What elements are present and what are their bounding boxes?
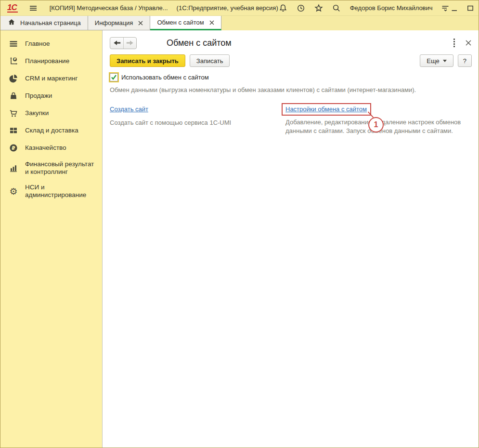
sidebar-item-label: Казначейство <box>25 144 98 152</box>
use-site-exchange-label[interactable]: Использовать обмен с сайтом <box>121 74 209 81</box>
sidebar-item-sales[interactable]: Продажи <box>0 87 102 105</box>
menu-lines-icon <box>9 39 18 49</box>
sidebar-item-financial-result[interactable]: Финансовый результат и контроллинг <box>0 157 102 180</box>
help-button[interactable]: ? <box>458 54 472 67</box>
sidebar-item-purchases[interactable]: Закупки <box>0 105 102 122</box>
window-title: [КОПИЯ] Методическая база / Управле...(1… <box>50 4 278 12</box>
create-site-link[interactable]: Создать сайт <box>110 105 148 113</box>
titlebar-icons <box>278 3 341 13</box>
sidebar-item-label: CRM и маркетинг <box>25 75 98 82</box>
sidebar-item-label: Продажи <box>25 92 98 100</box>
window-title-app: (1С:Предприятие, учебная версия) <box>177 4 278 12</box>
forward-arrow-icon[interactable] <box>123 38 136 49</box>
planning-chart-icon: ₽ <box>9 56 18 66</box>
exchange-settings-link[interactable]: Настройки обмена с сайтом <box>285 105 367 113</box>
sidebar-item-label: Финансовый результат и контроллинг <box>25 160 98 176</box>
shopping-cart-icon <box>9 108 18 118</box>
sidebar-item-crm[interactable]: CRM и маркетинг <box>0 70 102 87</box>
sidebar-item-label: Главное <box>25 40 98 48</box>
tab-site-exchange-label: Обмен с сайтом <box>157 19 204 26</box>
current-user-name[interactable]: Федоров Борис Михайлович <box>350 4 433 12</box>
warehouse-grid-icon <box>9 126 18 135</box>
tab-home[interactable]: Начальная страница <box>0 16 88 30</box>
shopping-bag-icon <box>9 91 18 101</box>
sections-sidebar: Главное ₽ Планирование CRM и маркетинг П… <box>0 30 103 448</box>
commands-area: Создать сайт Создать сайт с помощью серв… <box>110 105 472 135</box>
maximize-icon[interactable] <box>466 4 475 13</box>
sidebar-item-label: Склад и доставка <box>25 127 98 134</box>
pie-chart-icon <box>9 74 18 83</box>
service-menu-icon[interactable] <box>440 3 450 13</box>
close-form-icon[interactable] <box>465 40 472 46</box>
main-menu-icon[interactable] <box>28 3 38 13</box>
chevron-down-icon <box>443 60 447 62</box>
favorites-star-icon[interactable] <box>314 3 324 13</box>
minimize-icon[interactable] <box>450 4 459 13</box>
history-nav-group <box>110 37 137 49</box>
use-site-exchange-checkbox[interactable] <box>110 73 118 81</box>
app-body: Главное ₽ Планирование CRM и маркетинг П… <box>0 30 479 448</box>
annotation-highlight-box: Настройки обмена с сайтом <box>282 103 371 116</box>
tab-home-label: Начальная страница <box>20 19 81 26</box>
search-icon[interactable] <box>332 3 341 13</box>
sidebar-item-label: Закупки <box>25 109 98 117</box>
save-and-close-button[interactable]: Записать и закрыть <box>110 54 185 67</box>
sidebar-item-warehouse[interactable]: Склад и доставка <box>0 122 102 139</box>
sidebar-item-label: НСИ и администрирование <box>25 184 98 199</box>
create-site-block: Создать сайт Создать сайт с помощью серв… <box>110 105 285 135</box>
save-button[interactable]: Записать <box>190 54 230 67</box>
more-actions-dots-icon[interactable] <box>453 39 455 47</box>
more-button-label: Еще <box>427 57 439 65</box>
create-site-description: Создать сайт с помощью сервиса 1C-UMI <box>110 119 285 127</box>
bar-chart-icon <box>9 163 18 173</box>
tab-information[interactable]: Информация <box>88 16 151 30</box>
sidebar-item-nsi-administration[interactable]: ⚙ НСИ и администрирование <box>0 180 102 203</box>
sidebar-item-planning[interactable]: ₽ Планирование <box>0 53 102 70</box>
home-icon <box>7 18 16 28</box>
back-arrow-icon[interactable] <box>110 38 123 49</box>
tab-close-icon[interactable] <box>209 20 214 25</box>
1c-logo-icon: 1С <box>7 4 18 13</box>
app-window: 1С [КОПИЯ] Методическая база / Управле..… <box>0 0 479 448</box>
form-toolbar: Записать и закрыть Записать Еще ? <box>110 54 472 67</box>
notifications-bell-icon[interactable] <box>278 3 288 13</box>
use-site-exchange-row: Использовать обмен с сайтом <box>110 73 472 81</box>
gear-icon: ⚙ <box>9 186 18 196</box>
sidebar-item-label: Планирование <box>25 57 98 65</box>
form-title: Обмен с сайтом <box>167 38 232 48</box>
tab-site-exchange[interactable]: Обмен с сайтом <box>150 16 221 30</box>
more-button[interactable]: Еще <box>420 54 453 67</box>
tabbar: Начальная страница Информация Обмен с са… <box>0 16 479 30</box>
svg-text:₽: ₽ <box>14 57 16 61</box>
exchange-settings-block: Настройки обмена с сайтом Добавление, ре… <box>285 105 468 135</box>
form-header: Обмен с сайтом <box>110 37 472 49</box>
tab-close-icon[interactable] <box>138 21 143 26</box>
history-icon[interactable] <box>296 3 306 13</box>
tab-information-label: Информация <box>95 19 133 26</box>
window-controls <box>450 4 479 13</box>
site-exchange-form: Обмен с сайтом Записать и закрыть Записа… <box>103 30 479 448</box>
sidebar-item-main[interactable]: Главное <box>0 35 102 53</box>
exchange-description: Обмен данными (выгрузка номенклатуры и о… <box>110 86 472 94</box>
sidebar-item-treasury[interactable]: ₽ Казначейство <box>0 139 102 157</box>
window-title-base: [КОПИЯ] Методическая база / Управле... <box>50 4 168 12</box>
titlebar: 1С [КОПИЯ] Методическая база / Управле..… <box>0 0 479 16</box>
ruble-circle-icon: ₽ <box>9 143 18 153</box>
annotation-step-badge: 1 <box>368 117 384 132</box>
svg-text:₽: ₽ <box>12 145 15 151</box>
